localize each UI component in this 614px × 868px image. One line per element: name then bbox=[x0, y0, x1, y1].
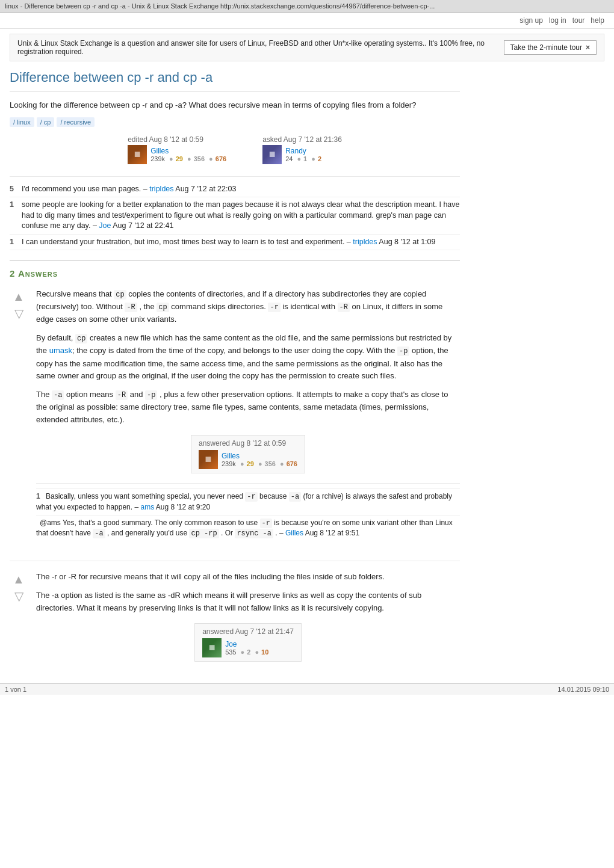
comment-2-text: some people are looking for a better exp… bbox=[22, 200, 460, 232]
answer-2-user-name[interactable]: Joe bbox=[225, 640, 237, 648]
question-comments: 5 I'd recommend you use man pages. – tri… bbox=[10, 176, 460, 251]
downvote-icon-1[interactable]: ▽ bbox=[14, 307, 23, 319]
asked-user-card: ■ Randy 24 ●1 ●2 bbox=[262, 145, 321, 164]
answer-1-user-name[interactable]: Gilles bbox=[222, 452, 240, 460]
randy-avatar: ■ bbox=[262, 145, 282, 164]
answer-divider bbox=[10, 561, 460, 561]
nav-signup[interactable]: sign up bbox=[519, 16, 543, 25]
edited-block: edited Aug 8 '12 at 0:59 ■ Gilles 239k ●… bbox=[128, 135, 226, 164]
nav-login[interactable]: log in bbox=[549, 16, 566, 25]
answer-1-comment-2: @ams Yes, that's a good summary. The onl… bbox=[36, 515, 460, 542]
downvote-icon-2[interactable]: ▽ bbox=[14, 590, 23, 602]
edited-time: edited Aug 8 '12 at 0:59 bbox=[128, 135, 203, 144]
answer-1-comment-1: 1 Basically, unless you want something s… bbox=[36, 488, 460, 515]
edited-user-card: ■ Gilles 239k ●29 ●356 ●676 bbox=[128, 145, 226, 164]
umask-link[interactable]: umask bbox=[49, 346, 72, 355]
browser-tab: linux - Difference between cp -r and cp … bbox=[0, 0, 614, 13]
answer-1-comments: 1 Basically, unless you want something s… bbox=[36, 483, 460, 541]
site-header: sign up log in tour help bbox=[0, 13, 614, 29]
comment-1-text: I'd recommend you use man pages. – tripl… bbox=[22, 184, 460, 195]
question-tags: / linux / cp / recursive bbox=[10, 117, 460, 127]
comment-1-user[interactable]: tripldes bbox=[149, 185, 173, 193]
main-content: Difference between cp -r and cp -a Looki… bbox=[0, 70, 470, 683]
asked-time: asked Aug 7 '12 at 21:36 bbox=[262, 135, 342, 144]
answer-2-body: The -r or -R for recursive means that it… bbox=[36, 571, 460, 614]
asked-block: asked Aug 7 '12 at 21:36 ■ Randy 24 ●1 ●… bbox=[262, 135, 342, 164]
edited-user-stats: 239k ●29 ●356 ●676 bbox=[150, 155, 226, 162]
comment-2: 1 some people are looking for a better e… bbox=[10, 197, 460, 235]
asked-user-name[interactable]: Randy bbox=[285, 147, 306, 155]
comment-1: 5 I'd recommend you use man pages. – tri… bbox=[10, 182, 460, 198]
nav-tour[interactable]: tour bbox=[572, 16, 585, 25]
page-count: 1 von 1 bbox=[5, 686, 26, 693]
upvote-icon-2[interactable]: ▲ bbox=[13, 573, 25, 585]
answer-1-avatar: ■ bbox=[199, 450, 218, 469]
comment-2-score: 1 bbox=[10, 200, 17, 232]
comment-3-text: I can understand your frustration, but i… bbox=[22, 237, 460, 248]
answer-1: ▲ ▽ Recursive means that cp copies the c… bbox=[10, 288, 460, 551]
ams-link[interactable]: ams bbox=[140, 503, 154, 511]
answer-2-attribution: answered Aug 7 '12 at 21:47 ■ Joe 535 ●2… bbox=[36, 623, 460, 662]
asked-user-stats: 24 ●1 ●2 bbox=[285, 155, 321, 162]
close-icon[interactable]: × bbox=[586, 43, 590, 52]
answer-1-time: answered Aug 8 '12 at 0:59 bbox=[199, 439, 286, 448]
tag-recursive[interactable]: / recursive bbox=[57, 117, 95, 127]
question-user-info: edited Aug 8 '12 at 0:59 ■ Gilles 239k ●… bbox=[10, 135, 460, 164]
comment-1-score: 5 bbox=[10, 184, 17, 195]
tag-cp[interactable]: / cp bbox=[37, 117, 55, 127]
answer-2-avatar: ■ bbox=[202, 638, 222, 657]
tour-button[interactable]: Take the 2-minute tour × bbox=[504, 40, 597, 55]
answer-2-time: answered Aug 7 '12 at 21:47 bbox=[202, 627, 294, 636]
tag-linux[interactable]: / linux bbox=[10, 117, 34, 127]
site-banner: Unix & Linux Stack Exchange is a questio… bbox=[10, 34, 604, 61]
comment-3: 1 I can understand your frustration, but… bbox=[10, 235, 460, 251]
answer-1-body: Recursive means that cp copies the conte… bbox=[36, 288, 460, 426]
answers-header: 2 Answers bbox=[10, 260, 460, 279]
upvote-icon-1[interactable]: ▲ bbox=[13, 291, 25, 303]
comment-3-score: 1 bbox=[10, 237, 17, 248]
answer-2-content: The -r or -R for recursive means that it… bbox=[36, 571, 460, 671]
answer-1-content: Recursive means that cp copies the conte… bbox=[36, 288, 460, 551]
answer-2: ▲ ▽ The -r or -R for recursive means tha… bbox=[10, 571, 460, 671]
question-title: Difference between cp -r and cp -a bbox=[10, 70, 460, 92]
banner-text: Unix & Linux Stack Exchange is a questio… bbox=[17, 39, 504, 56]
gilles-comment-link[interactable]: Gilles bbox=[285, 529, 303, 537]
nav-help[interactable]: help bbox=[591, 16, 604, 25]
answer-1-vote: ▲ ▽ bbox=[10, 288, 28, 319]
comment-3-user[interactable]: tripldes bbox=[353, 238, 377, 246]
gilles-avatar: ■ bbox=[128, 145, 147, 164]
answer-1-attribution: answered Aug 8 '12 at 0:59 ■ Gilles 239k… bbox=[36, 435, 460, 473]
browser-footer: 1 von 1 14.01.2015 09:10 bbox=[0, 683, 614, 695]
edited-user-name[interactable]: Gilles bbox=[150, 147, 169, 155]
comment-2-user[interactable]: Joe bbox=[99, 221, 111, 230]
timestamp: 14.01.2015 09:10 bbox=[557, 686, 609, 693]
answer-2-vote: ▲ ▽ bbox=[10, 571, 28, 602]
question-body: Looking for the difference between cp -r… bbox=[10, 99, 460, 111]
